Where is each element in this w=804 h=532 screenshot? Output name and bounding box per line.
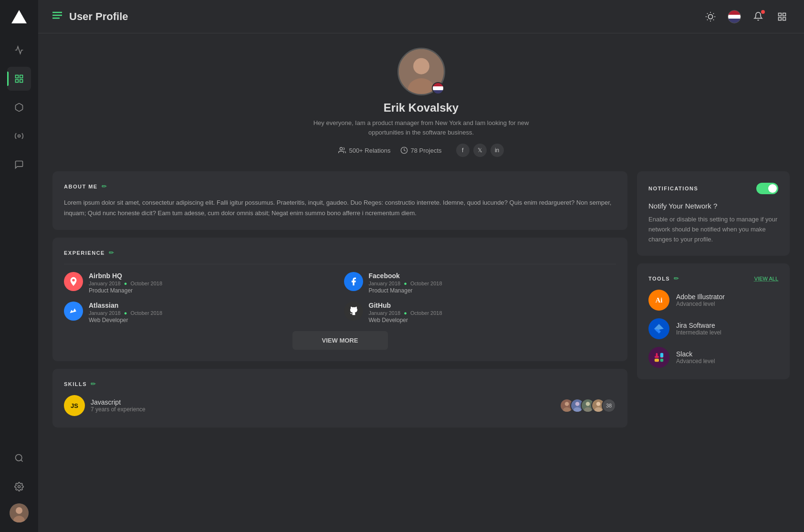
- experience-item-airbnb: Airbnb HQ January 2018 ● October 2018 Pr…: [64, 272, 336, 294]
- menu-icon[interactable]: [52, 11, 62, 21]
- linkedin-link[interactable]: in: [491, 144, 504, 157]
- svg-rect-26: [779, 17, 782, 20]
- skills-edit-icon[interactable]: ✏: [91, 380, 96, 387]
- experience-header: EXPERIENCE ✏: [64, 249, 616, 256]
- svg-rect-2: [20, 80, 23, 83]
- svg-point-40: [586, 402, 590, 406]
- dashboard-icon: [14, 74, 24, 83]
- settings-icon: [14, 482, 24, 491]
- about-me-title: ABOUT ME: [64, 184, 98, 189]
- sidebar-item-search[interactable]: [7, 446, 31, 470]
- profile-flag-icon: [432, 82, 444, 94]
- experience-divider: [64, 264, 616, 264]
- svg-point-7: [18, 486, 21, 488]
- github-dates: January 2018 ● October 2018: [369, 310, 442, 316]
- svg-rect-1: [20, 75, 23, 78]
- svg-point-30: [414, 59, 429, 74]
- sidebar-item-components[interactable]: [7, 124, 31, 148]
- atlassian-logo: [64, 302, 83, 321]
- clock-icon: [400, 146, 408, 154]
- svg-rect-0: [16, 75, 19, 78]
- profile-avatar-container: [397, 48, 445, 95]
- sidebar: [0, 0, 38, 532]
- tools-edit-icon[interactable]: ✏: [674, 275, 679, 282]
- facebook-info: Facebook January 2018 ● October 2018 Pro…: [369, 272, 442, 294]
- sidebar-item-chat[interactable]: [7, 153, 31, 177]
- facebook-dates: January 2018 ● October 2018: [369, 281, 442, 286]
- svg-rect-49: [655, 356, 659, 358]
- jira-name: Jira Software: [676, 322, 721, 329]
- tool-item-illustrator: Ai Adobe Illustrator Advanced level: [648, 290, 778, 311]
- svg-rect-23: [779, 13, 782, 16]
- skill-endorsers: 38: [560, 398, 616, 413]
- app-logo[interactable]: [0, 0, 38, 33]
- github-role: Web Developer: [369, 317, 442, 323]
- github-info: GitHub January 2018 ● October 2018 Web D…: [369, 302, 442, 323]
- apps-grid-icon[interactable]: [774, 9, 790, 24]
- experience-grid: Airbnb HQ January 2018 ● October 2018 Pr…: [64, 272, 616, 323]
- experience-edit-icon[interactable]: ✏: [109, 249, 114, 256]
- tools-title-row: TOOLS ✏: [648, 275, 679, 282]
- svg-rect-53: [655, 359, 659, 362]
- tools-card: TOOLS ✏ VIEW ALL Ai Adobe Illustrator Ad…: [637, 263, 790, 379]
- illustrator-name: Adobe Illustrator: [676, 293, 725, 301]
- sidebar-item-3d[interactable]: [7, 95, 31, 119]
- header-actions: [703, 9, 790, 24]
- flag-icon[interactable]: [727, 9, 742, 24]
- sidebar-item-dashboard[interactable]: [7, 67, 31, 91]
- profile-name: Erik Kovalsky: [384, 101, 459, 115]
- atlassian-role: Web Developer: [89, 317, 162, 323]
- illustrator-info: Adobe Illustrator Advanced level: [676, 293, 725, 307]
- experience-item-atlassian: Atlassian January 2018 ● October 2018 We…: [64, 302, 336, 323]
- twitter-link[interactable]: 𝕏: [473, 144, 487, 157]
- user-avatar-sidebar[interactable]: [10, 503, 29, 522]
- view-more-button[interactable]: VIEW MORE: [292, 331, 388, 350]
- chat-icon: [14, 160, 24, 169]
- about-text: Lorem ipsum dolor sit amet, consectetur …: [64, 198, 616, 219]
- sun-icon[interactable]: [703, 9, 718, 24]
- jira-info: Jira Software Intermediate level: [676, 322, 721, 336]
- svg-point-9: [16, 507, 22, 514]
- tools-view-all[interactable]: VIEW ALL: [754, 276, 778, 282]
- sidebar-bottom: [7, 446, 31, 532]
- sidebar-item-settings[interactable]: [7, 475, 31, 499]
- slack-name: Slack: [676, 350, 715, 358]
- svg-point-14: [708, 14, 712, 19]
- relations-stat: 500+ Relations: [338, 146, 390, 154]
- people-icon: [338, 146, 346, 154]
- svg-point-4: [18, 135, 21, 137]
- notifications-header: NOTIFICATIONS: [648, 183, 778, 194]
- facebook-logo: [344, 272, 363, 291]
- body-content: Erik Kovalsky Hey everyone, Iam a produc…: [38, 33, 804, 532]
- sidebar-item-activity[interactable]: [7, 38, 31, 62]
- svg-line-18: [713, 19, 714, 20]
- search-icon: [14, 453, 24, 463]
- right-column: NOTIFICATIONS Notify Your Network ? Enab…: [637, 171, 790, 435]
- tool-item-jira: Jira Software Intermediate level: [648, 318, 778, 339]
- about-edit-icon[interactable]: ✏: [102, 183, 107, 190]
- airbnb-role: Product Manager: [89, 287, 162, 294]
- toggle-knob: [768, 184, 777, 193]
- notifications-bell-icon[interactable]: [751, 9, 766, 24]
- airbnb-dates: January 2018 ● October 2018: [89, 281, 162, 286]
- endorsers-count: 38: [602, 398, 616, 413]
- tools-title: TOOLS: [648, 276, 670, 282]
- profile-header: Erik Kovalsky Hey everyone, Iam a produc…: [52, 48, 790, 157]
- sidebar-nav: [7, 33, 31, 446]
- svg-rect-3: [16, 80, 19, 83]
- social-links: f 𝕏 in: [456, 144, 504, 157]
- notifications-toggle[interactable]: [756, 183, 778, 194]
- profile-stats: 500+ Relations 78 Projects f 𝕏 in: [338, 144, 503, 157]
- airbnb-info: Airbnb HQ January 2018 ● October 2018 Pr…: [89, 272, 162, 294]
- facebook-link[interactable]: f: [456, 144, 470, 157]
- facebook-role: Product Manager: [369, 287, 442, 294]
- relations-count: 500+ Relations: [349, 147, 390, 154]
- illustrator-logo: Ai: [648, 290, 669, 311]
- svg-rect-52: [660, 359, 663, 362]
- facebook-company: Facebook: [369, 272, 442, 280]
- logo-triangle-icon: [11, 10, 27, 23]
- experience-card: EXPERIENCE ✏ Ai: [52, 238, 627, 361]
- svg-line-21: [707, 19, 708, 20]
- jira-logo: [648, 318, 669, 339]
- skills-header: SKILLS ✏: [64, 380, 616, 387]
